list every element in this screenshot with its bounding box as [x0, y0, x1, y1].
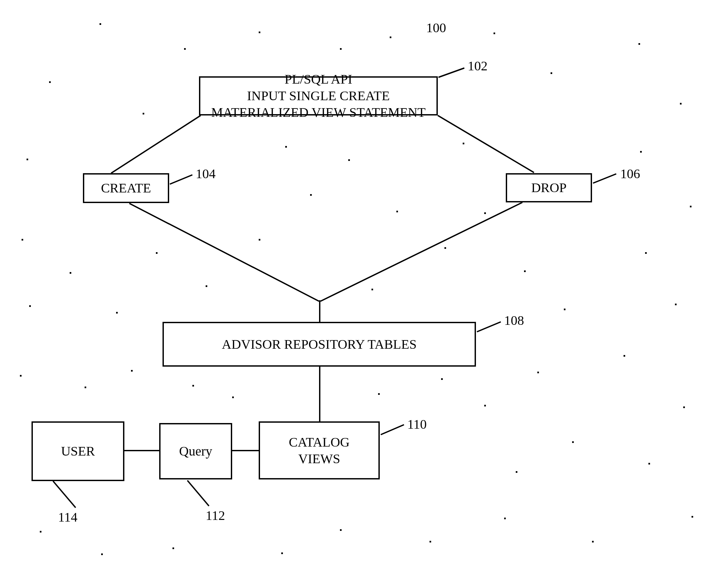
node-catalog: CATALOG VIEWS — [259, 421, 380, 479]
node-api: PL/SQL API INPUT SINGLE CREATE MATERIALI… — [199, 76, 438, 115]
svg-line-12 — [381, 425, 404, 435]
ref-110: 110 — [407, 416, 427, 432]
svg-line-3 — [320, 202, 522, 301]
ref-100: 100 — [426, 20, 446, 35]
create-label: CREATE — [101, 180, 151, 196]
svg-line-8 — [439, 68, 464, 77]
svg-line-2 — [129, 203, 319, 301]
ref-106: 106 — [620, 166, 640, 181]
catalog-line1: CATALOG — [289, 434, 350, 450]
svg-line-1 — [438, 115, 534, 172]
query-label: Query — [179, 443, 212, 460]
svg-line-11 — [477, 322, 501, 332]
node-query: Query — [159, 423, 232, 479]
svg-line-9 — [170, 175, 193, 184]
svg-line-0 — [111, 115, 201, 173]
node-advisor: ADVISOR REPOSITORY TABLES — [163, 322, 476, 367]
node-drop: DROP — [506, 173, 592, 202]
ref-102: 102 — [467, 58, 488, 74]
svg-line-13 — [187, 480, 209, 506]
api-line2: INPUT SINGLE CREATE — [211, 88, 425, 104]
catalog-line2: VIEWS — [289, 450, 350, 467]
diagram-canvas: 100 PL/SQL API INPUT SINGLE CREATE MATER… — [0, 0, 728, 575]
svg-line-14 — [53, 481, 76, 508]
ref-104: 104 — [196, 166, 216, 181]
ref-114: 114 — [58, 509, 78, 525]
svg-line-10 — [593, 174, 616, 183]
drop-label: DROP — [531, 179, 567, 196]
ref-108: 108 — [504, 312, 524, 328]
user-label: USER — [61, 443, 95, 460]
api-line1: PL/SQL API — [211, 71, 425, 88]
ref-112: 112 — [206, 508, 225, 523]
advisor-label: ADVISOR REPOSITORY TABLES — [222, 336, 417, 353]
node-user: USER — [32, 421, 125, 481]
api-line3: MATERIALIZED VIEW STATEMENT — [211, 104, 425, 121]
node-create: CREATE — [83, 173, 169, 203]
